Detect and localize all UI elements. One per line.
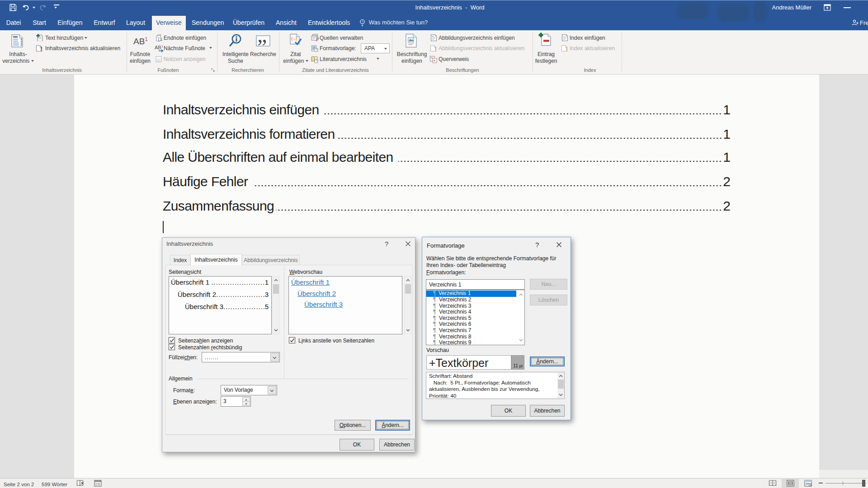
svg-text:!: !: [566, 45, 568, 52]
svg-text:”: ”: [257, 35, 267, 47]
svg-text:!: !: [434, 45, 437, 52]
svg-text:[i]: [i]: [158, 37, 163, 42]
svg-text:(–): (–): [291, 36, 297, 41]
svg-text:!: !: [40, 45, 42, 52]
